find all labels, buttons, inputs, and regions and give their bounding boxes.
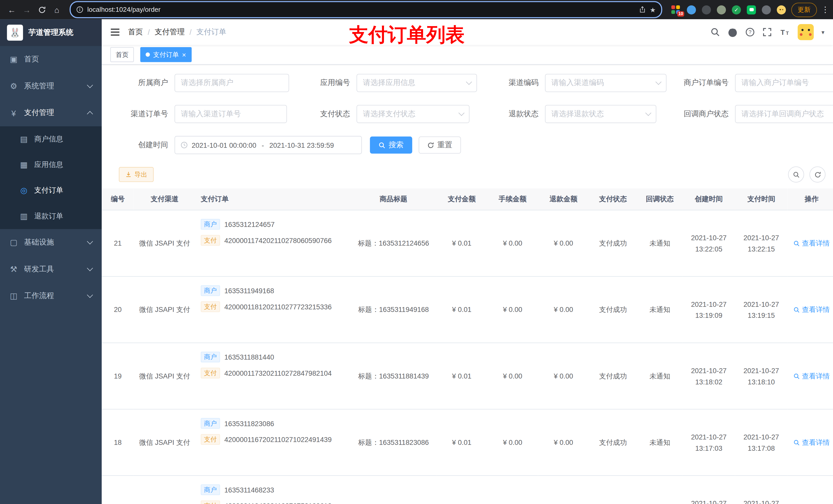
payment-submenu: ▤ 商户信息 ▦ 应用信息 ◎ 支付订单 ▥ 退款订单 bbox=[0, 126, 102, 229]
cell-actions: 查看详情 bbox=[787, 276, 833, 343]
extension-green-check-icon[interactable]: ✓ bbox=[732, 5, 741, 14]
extension-blue-drop-icon[interactable] bbox=[687, 5, 696, 14]
user-avatar[interactable] bbox=[798, 24, 814, 40]
logo-avatar: 🐰 bbox=[7, 25, 23, 41]
notify-status-select[interactable]: 请选择订单回调商户状态 bbox=[735, 105, 833, 123]
chevron-down-icon bbox=[458, 110, 465, 116]
search-icon bbox=[793, 439, 800, 446]
toggle-search-button[interactable] bbox=[788, 166, 804, 183]
col-pay-order: 支付订单 bbox=[195, 189, 351, 210]
extensions-cluster: 10 ✓ bbox=[668, 5, 789, 15]
view-detail-link[interactable]: 查看详情 bbox=[793, 238, 830, 248]
cell-amount: ¥ 0.01 bbox=[436, 476, 487, 504]
cell-title: 标题：1635312124656 bbox=[351, 210, 436, 276]
close-icon[interactable]: × bbox=[182, 51, 186, 58]
cell-title: 标题：1635311949168 bbox=[351, 276, 436, 343]
cell-create-time: 2021-10-2713:17:03 bbox=[683, 409, 735, 476]
cell-refund: ¥ 0.00 bbox=[538, 276, 589, 343]
svg-text:T: T bbox=[786, 30, 789, 36]
search-button[interactable]: 搜索 bbox=[370, 137, 412, 154]
merchant-order-no-input[interactable]: 请输入商户订单编号 bbox=[735, 74, 833, 92]
pay-order-table: 编号 支付渠道 支付订单 商品标题 支付金额 手续金额 退款金额 支付状态 回调… bbox=[102, 189, 833, 504]
cell-pay-order: 商户 1635311881440 支付 42000011732021102728… bbox=[195, 343, 351, 409]
sidebar-item-system[interactable]: ⚙ 系统管理 bbox=[0, 73, 102, 100]
sidebar-item-workflow[interactable]: ◫ 工作流程 bbox=[0, 283, 102, 310]
tab-home[interactable]: 首页 bbox=[111, 47, 134, 62]
breadcrumb-home[interactable]: 首页 bbox=[128, 27, 143, 37]
font-size-icon[interactable]: TT bbox=[780, 27, 790, 37]
cell-actions: 查看详情 bbox=[787, 409, 833, 476]
app-id-select[interactable]: 请选择应用信息 bbox=[357, 74, 477, 92]
cell-notify: 未通知 bbox=[637, 276, 683, 343]
cell-pay-time: 2021-10-2713:19:15 bbox=[735, 276, 788, 343]
view-detail-link[interactable]: 查看详情 bbox=[793, 438, 830, 448]
refund-status-select[interactable]: 请选择退款状态 bbox=[545, 105, 657, 123]
browser-back-button[interactable]: ← bbox=[4, 2, 20, 17]
sidebar-item-infra[interactable]: ▢ 基础设施 bbox=[0, 229, 102, 256]
fullscreen-icon[interactable] bbox=[763, 27, 772, 37]
create-time-range-picker[interactable]: 2021-10-01 00:00:00 - 2021-10-31 23:59:5… bbox=[174, 136, 362, 154]
browser-home-button[interactable]: ⌂ bbox=[49, 2, 64, 17]
extension-colored-grid-icon[interactable]: 10 bbox=[671, 5, 681, 15]
browser-update-button[interactable]: 更新 bbox=[791, 2, 817, 17]
view-detail-link[interactable]: 查看详情 bbox=[793, 371, 830, 381]
col-id: 编号 bbox=[102, 189, 134, 210]
cell-pay-order: 商户 1635311949168 支付 42000011812021102777… bbox=[195, 276, 351, 343]
view-detail-link[interactable]: 查看详情 bbox=[793, 305, 830, 314]
refresh-table-button[interactable] bbox=[809, 166, 826, 183]
tab-pay-order[interactable]: 支付订单 × bbox=[140, 47, 192, 62]
search-icon[interactable] bbox=[711, 27, 720, 37]
extension-pin-icon[interactable] bbox=[762, 5, 771, 14]
sidebar-item-devtools[interactable]: ⚒ 研发工具 bbox=[0, 256, 102, 283]
navbar-actions: ? TT ▾ bbox=[711, 24, 824, 40]
sidebar-item-home[interactable]: ▣ 首页 bbox=[0, 46, 102, 73]
pay-status-select[interactable]: 请选择支付状态 bbox=[357, 105, 470, 123]
cell-create-time: 2021-10-2713:18:02 bbox=[683, 343, 735, 409]
extension-dark-icon[interactable] bbox=[702, 5, 711, 14]
cell-actions: 查看详情 bbox=[787, 210, 833, 276]
share-icon[interactable] bbox=[639, 6, 646, 13]
document-icon: ▥ bbox=[19, 212, 28, 221]
reset-button[interactable]: 重置 bbox=[419, 137, 461, 154]
github-icon[interactable] bbox=[728, 27, 738, 38]
filter-label: 支付状态 bbox=[289, 109, 357, 119]
briefcase-icon: ◫ bbox=[9, 291, 19, 301]
bookmark-star-icon[interactable]: ★ bbox=[650, 6, 656, 14]
download-icon bbox=[125, 171, 132, 178]
browser-forward-button[interactable]: → bbox=[19, 2, 34, 17]
cell-fee: ¥ 0.00 bbox=[487, 409, 538, 476]
table-row: 17 微信 JSAPI 支付 商户 1635311468233 支付 bbox=[102, 476, 833, 504]
breadcrumb-payment[interactable]: 支付管理 bbox=[155, 27, 185, 37]
sidebar-item-pay-order[interactable]: ◎ 支付订单 bbox=[0, 178, 102, 203]
col-pay-time: 支付时间 bbox=[735, 189, 788, 210]
channel-code-select[interactable]: 请输入渠道编码 bbox=[545, 74, 667, 92]
sidebar-item-payment[interactable]: ¥ 支付管理 bbox=[0, 100, 102, 126]
page-content: 所属商户 请选择所属商户 应用编号 请选择应用信息 渠道编码 请输入渠道编码 bbox=[102, 65, 833, 504]
sidebar-item-refund-order[interactable]: ▥ 退款订单 bbox=[0, 203, 102, 229]
svg-text:?: ? bbox=[749, 29, 752, 35]
merchant-order-no: 1635311468233 bbox=[224, 486, 274, 494]
browser-reload-button[interactable] bbox=[34, 2, 49, 17]
cell-fee: ¥ 0.00 bbox=[487, 476, 538, 504]
browser-menu-icon[interactable]: ⋮ bbox=[821, 5, 829, 15]
sidebar-toggle-icon[interactable] bbox=[111, 28, 120, 37]
card-icon: ▤ bbox=[19, 135, 28, 144]
col-create-time: 创建时间 bbox=[683, 189, 735, 210]
browser-chrome: ← → ⌂ localhost:1024/pay/order ★ 10 bbox=[0, 0, 833, 19]
search-icon bbox=[793, 373, 800, 379]
sidebar-item-merchant-info[interactable]: ▤ 商户信息 bbox=[0, 126, 102, 152]
site-info-icon[interactable] bbox=[76, 6, 84, 13]
table-body: 21 微信 JSAPI 支付 商户 1635312124657 支付 bbox=[102, 210, 833, 504]
extension-face-icon[interactable] bbox=[777, 5, 786, 14]
help-icon[interactable]: ? bbox=[745, 27, 755, 37]
address-bar[interactable]: localhost:1024/pay/order ★ bbox=[70, 1, 662, 18]
monitor-icon: ▢ bbox=[9, 238, 19, 247]
extension-chat-icon[interactable] bbox=[747, 5, 756, 14]
extension-gray-icon[interactable] bbox=[717, 5, 726, 14]
channel-order-no-input[interactable]: 请输入渠道订单号 bbox=[174, 105, 287, 123]
refresh-icon bbox=[427, 142, 434, 148]
export-button[interactable]: 导出 bbox=[119, 167, 154, 182]
avatar-caret-icon[interactable]: ▾ bbox=[822, 29, 825, 35]
sidebar-item-app-info[interactable]: ▦ 应用信息 bbox=[0, 152, 102, 178]
merchant-select[interactable]: 请选择所属商户 bbox=[174, 74, 289, 92]
